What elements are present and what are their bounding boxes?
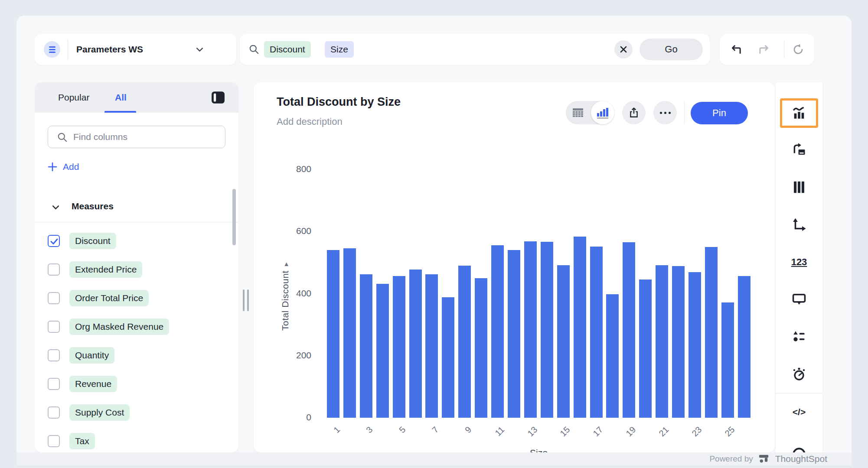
pin-button[interactable]: Pin	[691, 102, 748, 124]
bar-size-1[interactable]	[327, 250, 339, 418]
reset-icon[interactable]	[793, 44, 804, 55]
answer-card: Total Discount by Size Add description P…	[254, 82, 775, 452]
bar-size-7[interactable]	[425, 274, 438, 418]
more-options-button[interactable]	[653, 101, 677, 124]
legend-icon[interactable]	[790, 328, 808, 345]
bar-size-25[interactable]	[721, 302, 734, 418]
columns-panel: Popular All Add Measures DiscountExtende…	[35, 82, 238, 452]
measure-checkbox[interactable]	[48, 435, 60, 447]
x-tick-label: 9	[463, 425, 473, 435]
panel-resize-handle[interactable]	[243, 289, 250, 311]
ellipsis-icon	[660, 112, 671, 114]
add-column-button[interactable]: Add	[48, 162, 79, 172]
measure-checkbox[interactable]	[48, 321, 60, 333]
bar-size-24[interactable]	[705, 247, 718, 418]
bar-size-10[interactable]	[475, 278, 487, 418]
bar-size-8[interactable]	[442, 297, 454, 418]
measure-item: Order Total Price	[35, 284, 238, 312]
bar-size-22[interactable]	[672, 266, 685, 418]
change-visualization-icon[interactable]	[790, 104, 808, 122]
panel-scrollbar[interactable]	[232, 189, 236, 245]
collapse-panel-icon[interactable]	[211, 91, 225, 104]
measure-label[interactable]: Discount	[69, 233, 116, 249]
find-columns-input[interactable]	[73, 127, 221, 147]
answer-title[interactable]: Total Discount by Size	[277, 95, 401, 109]
add-label: Add	[63, 162, 79, 172]
bar-size-16[interactable]	[574, 237, 586, 418]
bar-size-12[interactable]	[508, 250, 520, 418]
bar-size-5[interactable]	[393, 276, 405, 418]
axes-icon[interactable]	[790, 216, 808, 234]
bar-size-3[interactable]	[360, 274, 372, 418]
chevron-down-icon[interactable]	[196, 47, 203, 52]
measure-checkbox[interactable]	[48, 406, 60, 419]
columns-icon[interactable]	[790, 179, 808, 196]
measure-checkbox[interactable]	[48, 378, 60, 390]
bar-size-11[interactable]	[491, 245, 504, 418]
data-menu-icon[interactable]	[44, 41, 60, 58]
redo-icon[interactable]	[758, 44, 770, 55]
search-bar[interactable]: Discount Size Go	[240, 34, 710, 65]
search-icon	[248, 44, 260, 55]
measure-label[interactable]: Revenue	[69, 376, 117, 392]
bar-size-21[interactable]	[656, 265, 668, 418]
globe-icon[interactable]	[790, 445, 808, 452]
bar-size-15[interactable]	[557, 265, 570, 418]
find-columns-field[interactable]	[48, 126, 225, 148]
bar-size-6[interactable]	[409, 270, 422, 418]
x-axis-title[interactable]: Size	[327, 448, 751, 452]
chart-view-toggle[interactable]	[591, 101, 614, 124]
measure-label[interactable]: Extended Price	[69, 261, 142, 278]
code-icon[interactable]: </>	[790, 403, 808, 421]
measure-checkbox[interactable]	[48, 235, 60, 247]
x-tick-label: 11	[493, 425, 506, 438]
number-format-icon[interactable]: 123	[790, 254, 808, 271]
clear-search-button[interactable]	[614, 40, 633, 58]
share-button[interactable]	[622, 101, 646, 124]
x-tick-label: 17	[591, 425, 605, 439]
measure-checkbox[interactable]	[48, 349, 60, 361]
bar-size-19[interactable]	[623, 242, 635, 418]
x-tick-label: 13	[525, 425, 539, 439]
close-icon	[620, 46, 627, 53]
undo-icon[interactable]	[730, 44, 742, 55]
edit-chart-config-icon[interactable]	[790, 141, 808, 158]
tab-all[interactable]: All	[115, 82, 127, 113]
measure-label[interactable]: Tax	[69, 433, 95, 449]
bar-size-13[interactable]	[524, 241, 537, 418]
measure-label[interactable]: Order Total Price	[69, 290, 149, 306]
search-token-size[interactable]: Size	[325, 41, 354, 58]
bar-size-18[interactable]	[606, 294, 619, 418]
bar-size-17[interactable]	[590, 247, 603, 418]
measure-label[interactable]: Quantity	[69, 347, 114, 364]
measure-checkbox[interactable]	[48, 263, 60, 276]
search-token-discount[interactable]: Discount	[264, 41, 311, 58]
bar-size-2[interactable]	[343, 248, 356, 418]
bar-size-26[interactable]	[738, 276, 751, 418]
worksheet-name[interactable]: Parameters WS	[76, 34, 143, 65]
measure-item: Quantity	[35, 341, 238, 370]
measure-checkbox[interactable]	[48, 292, 60, 304]
spotiq-timer-icon[interactable]	[790, 365, 808, 383]
tooltip-icon[interactable]	[790, 291, 808, 308]
search-icon	[57, 132, 68, 143]
bar-size-23[interactable]	[689, 272, 701, 418]
go-button[interactable]: Go	[640, 39, 703, 60]
tab-popular[interactable]: Popular	[58, 82, 89, 113]
bar-size-14[interactable]	[541, 242, 553, 418]
footer: Powered by ThoughtSpot	[16, 452, 852, 465]
bar-size-9[interactable]	[458, 266, 471, 418]
table-chart-toggle	[566, 101, 614, 124]
bar-plot-area	[327, 169, 751, 418]
chart-tools-rail: 123 </>	[776, 82, 822, 452]
measure-item: Revenue	[35, 370, 238, 398]
measures-section-header[interactable]: Measures	[35, 198, 238, 217]
measure-label[interactable]: Supply Cost	[69, 404, 130, 421]
bar-size-20[interactable]	[639, 280, 652, 418]
add-description[interactable]: Add description	[277, 116, 343, 127]
bar-size-4[interactable]	[376, 284, 389, 418]
measure-label[interactable]: Org Masked Revenue	[69, 318, 169, 335]
table-view-icon[interactable]	[572, 108, 584, 117]
x-tick-label: 3	[364, 425, 375, 435]
thoughtspot-brand: ThoughtSpot	[775, 454, 827, 464]
